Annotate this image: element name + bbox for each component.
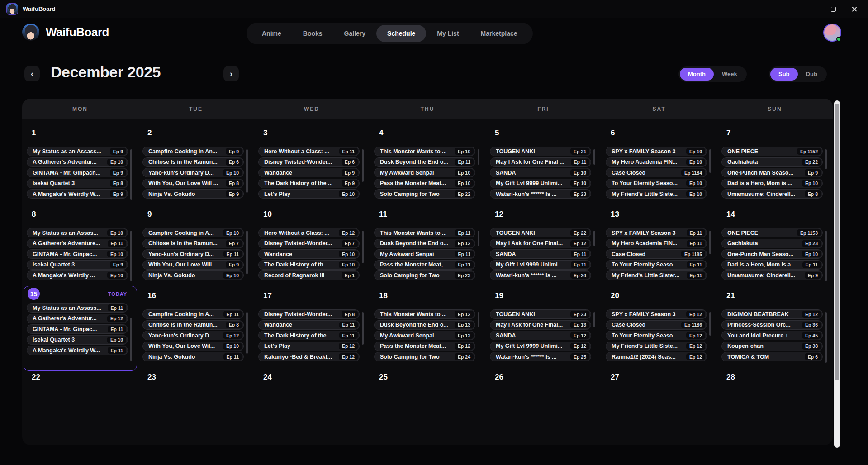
day-cell-12[interactable]: 12TOUGEN ANKIEp 22May I Ask for One Fina… bbox=[485, 201, 601, 282]
schedule-entry[interactable]: A Mangaka's Weirdly W...Ep 11 bbox=[27, 346, 128, 355]
schedule-entry[interactable]: Ranma1/2 (2024) Seas...Ep 12 bbox=[606, 352, 707, 361]
schedule-entry[interactable]: My Friend's Little Siste...Ep 12 bbox=[606, 342, 707, 351]
day-cell-23[interactable]: 23 bbox=[138, 364, 254, 445]
nav-tab-schedule[interactable]: Schedule bbox=[376, 25, 426, 42]
schedule-entry[interactable]: Let's PlayEp 10 bbox=[258, 189, 360, 199]
schedule-entry[interactable]: SANDAEp 11 bbox=[490, 249, 591, 259]
schedule-entry[interactable]: Dusk Beyond the End o...Ep 13 bbox=[374, 320, 475, 330]
schedule-entry[interactable]: SANDAEp 10 bbox=[490, 168, 591, 177]
cell-scrollbar[interactable] bbox=[478, 231, 479, 246]
schedule-entry[interactable]: May I Ask for One Final...Ep 13 bbox=[490, 320, 591, 330]
schedule-entry[interactable]: The Dark History of th...Ep 10 bbox=[258, 260, 360, 270]
schedule-entry[interactable]: Princess-Session Orc...Ep 36 bbox=[721, 320, 823, 330]
schedule-entry[interactable]: SANDAEp 12 bbox=[490, 331, 591, 340]
schedule-entry[interactable]: SPY x FAMILY Season 3Ep 12 bbox=[606, 309, 707, 319]
schedule-entry[interactable]: TOUGEN ANKIEp 22 bbox=[490, 228, 591, 237]
schedule-entry[interactable]: Case ClosedEp 1184 bbox=[606, 168, 707, 177]
schedule-entry[interactable]: My Status as an Assas...Ep 10 bbox=[27, 228, 128, 237]
audio-option-sub[interactable]: Sub bbox=[770, 68, 798, 81]
schedule-entry[interactable]: Watari-kun's ****** Is ...Ep 25 bbox=[490, 352, 591, 361]
schedule-entry[interactable]: May I Ask for One Final ...Ep 11 bbox=[490, 157, 591, 167]
nav-tab-gallery[interactable]: Gallery bbox=[333, 25, 376, 42]
nav-tab-anime[interactable]: Anime bbox=[251, 25, 292, 42]
schedule-entry[interactable]: GachiakutaEp 23 bbox=[721, 239, 823, 248]
schedule-entry[interactable]: My Friend's Little Siste...Ep 10 bbox=[606, 189, 707, 199]
schedule-entry[interactable]: Solo Camping for TwoEp 23 bbox=[374, 270, 475, 280]
schedule-entry[interactable]: GINTAMA - Mr. Ginpach...Ep 9 bbox=[27, 168, 128, 177]
schedule-entry[interactable]: Dusk Beyond the End o...Ep 11 bbox=[374, 157, 475, 167]
cell-scrollbar[interactable] bbox=[825, 231, 827, 281]
day-cell-17[interactable]: 17Disney Twisted-Wonder...Ep 8WandanceEp… bbox=[254, 282, 370, 364]
day-cell-27[interactable]: 27 bbox=[601, 364, 717, 445]
day-cell-3[interactable]: 3Hero Without a Class: ...Ep 11Disney Tw… bbox=[254, 119, 370, 201]
day-cell-19[interactable]: 19TOUGEN ANKIEp 23May I Ask for One Fina… bbox=[485, 282, 601, 364]
cell-scrollbar[interactable] bbox=[130, 149, 132, 200]
cell-scrollbar[interactable] bbox=[593, 312, 595, 327]
schedule-entry[interactable]: This Monster Wants to ...Ep 11 bbox=[374, 228, 475, 237]
cell-scrollbar[interactable] bbox=[825, 149, 827, 169]
schedule-entry[interactable]: Chitose Is in the Ramun...Ep 6 bbox=[142, 157, 244, 167]
day-cell-14[interactable]: 14ONE PIECEEp 1153GachiakutaEp 23One-Pun… bbox=[717, 201, 833, 282]
schedule-entry[interactable]: Case ClosedEp 1185 bbox=[606, 249, 707, 259]
schedule-entry[interactable]: GachiakutaEp 22 bbox=[721, 157, 823, 167]
schedule-entry[interactable]: Chitose Is in the Ramun...Ep 7 bbox=[142, 239, 244, 248]
schedule-entry[interactable]: Kakuriyo -Bed & Breakf...Ep 12 bbox=[258, 352, 360, 361]
cell-scrollbar[interactable] bbox=[709, 312, 711, 336]
nav-tab-marketplace[interactable]: Marketplace bbox=[470, 25, 528, 42]
day-cell-22[interactable]: 22 bbox=[22, 364, 138, 445]
day-cell-4[interactable]: 4This Monster Wants to ...Ep 10Dusk Beyo… bbox=[370, 119, 485, 201]
schedule-entry[interactable]: A Mangaka's Weirdly W...Ep 9 bbox=[27, 189, 128, 199]
schedule-entry[interactable]: Ninja Vs. GokudoEp 10 bbox=[142, 270, 244, 280]
next-month-button[interactable]: › bbox=[223, 66, 239, 81]
schedule-entry[interactable]: Pass the Monster Meat...Ep 10 bbox=[374, 179, 475, 188]
schedule-entry[interactable]: Hero Without a Class: ...Ep 12 bbox=[258, 228, 360, 237]
day-cell-26[interactable]: 26 bbox=[485, 364, 601, 445]
cell-scrollbar[interactable] bbox=[593, 149, 595, 165]
schedule-entry[interactable]: A Gatherer's Adventur...Ep 10 bbox=[27, 157, 128, 167]
close-button[interactable] bbox=[844, 0, 864, 18]
schedule-entry[interactable]: My Awkward SenpaiEp 11 bbox=[374, 249, 475, 259]
schedule-entry[interactable]: Campfire Cooking in An...Ep 9 bbox=[142, 147, 244, 156]
cell-scrollbar[interactable] bbox=[478, 149, 479, 165]
schedule-entry[interactable]: Campfire Cooking in A...Ep 10 bbox=[142, 228, 244, 237]
day-cell-21[interactable]: 21DIGIMON BEATBREAKEp 12Princess-Session… bbox=[717, 282, 833, 364]
schedule-entry[interactable]: Watari-kun's ****** Is ...Ep 23 bbox=[490, 189, 591, 199]
schedule-entry[interactable]: Pass the Monster Meat...Ep 12 bbox=[374, 342, 475, 351]
schedule-entry[interactable]: GINTAMA - Mr. Ginpac...Ep 10 bbox=[27, 249, 128, 259]
maximize-button[interactable] bbox=[823, 0, 844, 18]
day-cell-28[interactable]: 28 bbox=[717, 364, 833, 445]
schedule-entry[interactable]: A Mangaka's Weirdly ...Ep 10 bbox=[27, 270, 128, 280]
schedule-entry[interactable]: Campfire Cooking in A...Ep 11 bbox=[142, 309, 244, 319]
schedule-entry[interactable]: With You, Our Love Wil...Ep 10 bbox=[142, 342, 244, 351]
cell-scrollbar[interactable] bbox=[130, 318, 132, 361]
schedule-entry[interactable]: My Hero Academia FIN...Ep 11 bbox=[606, 239, 707, 248]
schedule-entry[interactable]: WandanceEp 10 bbox=[258, 249, 360, 259]
schedule-entry[interactable]: Isekai Quartet 3Ep 9 bbox=[27, 260, 128, 270]
cell-scrollbar[interactable] bbox=[362, 231, 364, 263]
cell-scrollbar[interactable] bbox=[825, 312, 827, 363]
schedule-entry[interactable]: SPY x FAMILY Season 3Ep 10 bbox=[606, 147, 707, 156]
schedule-entry[interactable]: ONE PIECEEp 1152 bbox=[721, 147, 823, 156]
day-cell-8[interactable]: 8My Status as an Assas...Ep 10A Gatherer… bbox=[22, 201, 138, 282]
schedule-entry[interactable]: Watari-kun's ****** Is ...Ep 24 bbox=[490, 270, 591, 280]
schedule-entry[interactable]: My Gift Lvl 9999 Unlimi...Ep 10 bbox=[490, 179, 591, 188]
schedule-entry[interactable]: My Friend's Little Sister...Ep 11 bbox=[606, 270, 707, 280]
cell-scrollbar[interactable] bbox=[130, 231, 132, 281]
day-cell-5[interactable]: 5TOUGEN ANKIEp 21May I Ask for One Final… bbox=[485, 119, 601, 201]
schedule-entry[interactable]: Isekai Quartet 3Ep 10 bbox=[27, 335, 128, 345]
schedule-entry[interactable]: With You, Our Love Will ...Ep 8 bbox=[142, 179, 244, 188]
day-cell-6[interactable]: 6SPY x FAMILY Season 3Ep 10My Hero Acade… bbox=[601, 119, 717, 201]
schedule-entry[interactable]: To Your Eternity Seaso...Ep 11 bbox=[606, 260, 707, 270]
schedule-entry[interactable]: TOMICA & TOMEp 6 bbox=[721, 352, 823, 361]
cell-scrollbar[interactable] bbox=[246, 231, 248, 274]
schedule-entry[interactable]: My Awkward SenpaiEp 12 bbox=[374, 331, 475, 340]
schedule-entry[interactable]: Dusk Beyond the End o...Ep 12 bbox=[374, 239, 475, 248]
prev-month-button[interactable]: ‹ bbox=[24, 66, 40, 81]
day-cell-9[interactable]: 9Campfire Cooking in A...Ep 10Chitose Is… bbox=[138, 201, 254, 282]
schedule-entry[interactable]: Solo Camping for TwoEp 24 bbox=[374, 352, 475, 361]
schedule-entry[interactable]: With You, Our Love Will ...Ep 9 bbox=[142, 260, 244, 270]
page-scrollbar-thumb[interactable] bbox=[835, 104, 839, 380]
schedule-entry[interactable]: GINTAMA - Mr. Ginpac...Ep 11 bbox=[27, 324, 128, 334]
day-cell-11[interactable]: 11This Monster Wants to ...Ep 11Dusk Bey… bbox=[370, 201, 485, 282]
day-cell-15[interactable]: 15TODAYMy Status as an Assass...Ep 11A G… bbox=[22, 282, 138, 364]
